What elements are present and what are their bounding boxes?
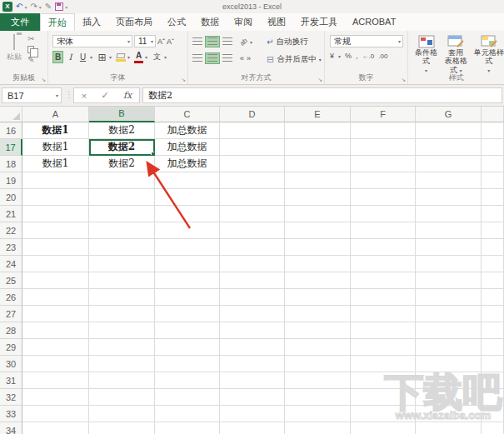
cell-B26[interactable] [89, 289, 155, 306]
align-left-button[interactable] [192, 54, 202, 62]
cell-F20[interactable] [351, 189, 416, 206]
cell-x7-31[interactable] [482, 372, 504, 389]
cell-D19[interactable] [220, 172, 285, 189]
cell-x7-20[interactable] [482, 189, 504, 206]
cell-D18[interactable] [220, 156, 285, 172]
cell-F26[interactable] [351, 289, 416, 306]
number-format-select[interactable]: 常规 ▾ [330, 35, 403, 47]
cell-B28[interactable] [89, 322, 155, 339]
cell-A18[interactable]: 数据1 [22, 156, 89, 172]
cell-F24[interactable] [351, 256, 416, 272]
decrease-font-size-button[interactable]: Aˇ [167, 37, 174, 46]
cell-B18[interactable]: 数据2 [89, 156, 155, 172]
cell-A33[interactable] [22, 406, 89, 422]
row-header-34[interactable]: 34 [0, 422, 22, 434]
cell-A32[interactable] [22, 389, 89, 406]
cell-C21[interactable] [155, 206, 220, 222]
align-middle-button[interactable] [205, 36, 220, 47]
cell-G28[interactable] [416, 322, 482, 339]
cell-C33[interactable] [155, 406, 220, 422]
row-header-28[interactable]: 28 [0, 322, 22, 339]
column-header-x7[interactable] [482, 107, 504, 122]
cell-G32[interactable] [416, 389, 482, 406]
cell-E27[interactable] [285, 306, 351, 322]
name-box-dropdown-icon[interactable]: ▾ [56, 92, 58, 98]
cell-C19[interactable] [155, 172, 220, 189]
font-color-dropdown-icon[interactable]: ▾ [145, 54, 147, 60]
cell-A23[interactable] [22, 239, 89, 256]
cell-E20[interactable] [285, 189, 351, 206]
tab-view[interactable]: 视图 [260, 13, 293, 31]
cell-D32[interactable] [220, 389, 285, 406]
cell-B27[interactable] [89, 306, 155, 322]
row-header-30[interactable]: 30 [0, 356, 22, 372]
cell-B20[interactable] [89, 189, 155, 206]
cell-D24[interactable] [220, 256, 285, 272]
cell-B33[interactable] [89, 406, 155, 422]
cell-F22[interactable] [351, 222, 416, 239]
row-header-31[interactable]: 31 [0, 372, 22, 389]
cell-D22[interactable] [220, 222, 285, 239]
cell-A27[interactable] [22, 306, 89, 322]
fill-color-dropdown-icon[interactable]: ▾ [127, 54, 130, 60]
cell-B16[interactable]: 数据2 [89, 122, 155, 139]
cell-G26[interactable] [416, 289, 482, 306]
bold-button[interactable]: B [52, 51, 63, 63]
font-color-button[interactable]: A [134, 52, 143, 63]
cell-B29[interactable] [89, 339, 155, 356]
percent-style-button[interactable]: % [345, 52, 352, 60]
decrease-decimal-button[interactable]: .00 [378, 52, 387, 60]
orientation-button[interactable]: ab [238, 37, 249, 47]
cell-C29[interactable] [155, 339, 220, 356]
cell-E25[interactable] [285, 272, 351, 289]
tab-insert[interactable]: 插入 [75, 13, 108, 31]
wrap-text-button[interactable]: ↵ 自动换行 [267, 35, 322, 48]
cell-B31[interactable] [89, 372, 155, 389]
cell-F18[interactable] [351, 156, 416, 172]
font-dialog-launcher-icon[interactable]: ↘ [181, 77, 186, 83]
increase-indent-button[interactable]: » [247, 54, 251, 62]
cell-B32[interactable] [89, 389, 155, 406]
cell-E23[interactable] [285, 239, 351, 256]
cell-C24[interactable] [155, 256, 220, 272]
cell-G19[interactable] [416, 172, 482, 189]
cell-C23[interactable] [155, 239, 220, 256]
cell-x7-34[interactable] [482, 422, 504, 434]
cell-C16[interactable]: 加总数据 [155, 122, 220, 139]
cell-D16[interactable] [220, 122, 285, 139]
column-header-C[interactable]: C [155, 107, 220, 122]
row-header-25[interactable]: 25 [0, 272, 22, 289]
cell-x7-32[interactable] [482, 389, 504, 406]
cell-E32[interactable] [285, 389, 351, 406]
increase-font-size-button[interactable]: Aˆ [157, 37, 165, 46]
row-header-21[interactable]: 21 [0, 206, 22, 222]
cell-C17[interactable]: 加总数据 [155, 139, 220, 156]
cell-G18[interactable] [416, 156, 482, 172]
cell-D33[interactable] [220, 406, 285, 422]
redo-dropdown-icon[interactable]: ▾ [39, 4, 42, 10]
cell-G33[interactable] [416, 406, 482, 422]
cell-x7-22[interactable] [482, 222, 504, 239]
cell-A19[interactable] [22, 172, 89, 189]
align-top-button[interactable] [192, 37, 202, 46]
cell-C25[interactable] [155, 272, 220, 289]
cell-A26[interactable] [22, 289, 89, 306]
cell-x7-16[interactable] [482, 122, 504, 139]
name-box[interactable]: B17 ▾ [2, 87, 62, 103]
cell-E34[interactable] [285, 422, 351, 434]
number-dialog-launcher-icon[interactable]: ↘ [401, 77, 406, 83]
cell-A22[interactable] [22, 222, 89, 239]
cell-E18[interactable] [285, 156, 351, 172]
row-header-32[interactable]: 32 [0, 389, 22, 406]
fill-color-button[interactable] [116, 53, 126, 62]
cell-E17[interactable] [285, 139, 351, 156]
row-header-17[interactable]: 17 [0, 139, 22, 156]
cell-G20[interactable] [416, 189, 482, 206]
cell-x7-26[interactable] [482, 289, 504, 306]
cell-x7-29[interactable] [482, 339, 504, 356]
cell-E16[interactable] [285, 122, 351, 139]
cell-x7-23[interactable] [482, 239, 504, 256]
cell-G25[interactable] [416, 272, 482, 289]
cell-F21[interactable] [351, 206, 416, 222]
cell-E29[interactable] [285, 339, 351, 356]
